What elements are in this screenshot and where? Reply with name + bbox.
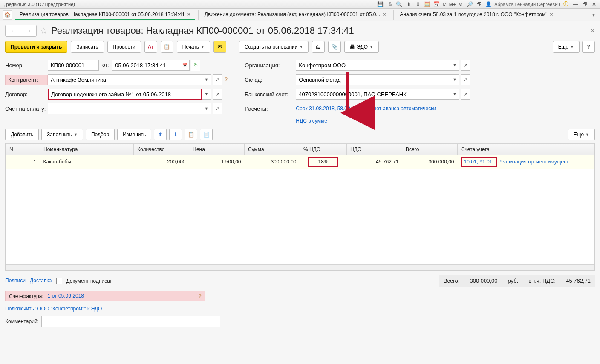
horizontal-scrollbar[interactable] bbox=[6, 264, 594, 270]
create-based-on-button[interactable]: Создать на основании ▼ bbox=[239, 41, 309, 53]
table-row[interactable]: 1 Какао-бобы 200,000 1 500,00 300 000,00… bbox=[6, 155, 594, 169]
col-nomen[interactable]: Номенклатура bbox=[40, 144, 134, 155]
col-accounts[interactable]: Счета учета bbox=[458, 144, 594, 155]
close-app-icon[interactable]: ✕ bbox=[591, 1, 597, 8]
calendar-open-icon[interactable]: 📅 bbox=[180, 60, 190, 71]
export-up-icon[interactable]: ⬆ bbox=[405, 1, 412, 8]
contract-input[interactable] bbox=[48, 89, 202, 100]
cell-nomen[interactable]: Какао-бобы bbox=[40, 155, 134, 169]
tab-realization[interactable]: Реализация товаров: Накладная КП00-00000… bbox=[15, 10, 195, 20]
export-down-icon[interactable]: ⬇ bbox=[415, 1, 421, 8]
cell-qty[interactable]: 200,000 bbox=[134, 155, 189, 169]
move-up-icon[interactable]: ⬆ bbox=[154, 129, 167, 140]
cell-n[interactable]: 1 bbox=[6, 155, 40, 169]
zoom-icon[interactable]: 🔎 bbox=[466, 1, 473, 8]
date-input[interactable] bbox=[112, 60, 180, 71]
counterparty-help-icon[interactable]: ? bbox=[225, 77, 228, 83]
delivery-link[interactable]: Доставка bbox=[30, 278, 52, 284]
vat-in-sum-link[interactable]: НДС в сумме bbox=[296, 118, 327, 124]
post-and-close-button[interactable]: Провести и закрыть bbox=[5, 41, 67, 53]
edo-connect-link[interactable]: Подключить "ООО "Конфетпром"" к ЭДО bbox=[5, 306, 102, 312]
col-qty[interactable]: Количество bbox=[134, 144, 189, 155]
open-ref-icon[interactable]: ↗ bbox=[213, 103, 222, 114]
dropdown-icon[interactable]: ▼ bbox=[450, 74, 459, 85]
dtkt-icon[interactable]: Aт bbox=[144, 41, 157, 53]
col-vat[interactable]: НДС bbox=[347, 144, 402, 155]
record-button[interactable]: Записать bbox=[71, 41, 104, 53]
org-input[interactable] bbox=[296, 60, 450, 71]
col-total[interactable]: Всего bbox=[402, 144, 458, 155]
doc-signed-checkbox[interactable] bbox=[56, 278, 62, 284]
calc-link[interactable]: Срок 31.08.2018, 58.03, 58.03, зачет ава… bbox=[296, 106, 436, 112]
print-button[interactable]: Печать ▼ bbox=[177, 41, 210, 53]
structure-icon[interactable]: 📋 bbox=[161, 41, 173, 53]
tab-movements[interactable]: Движения документа: Реализация (акт, нак… bbox=[200, 10, 390, 20]
mail-icon[interactable]: ✉ bbox=[213, 41, 226, 53]
open-ref-icon[interactable]: ↗ bbox=[461, 60, 470, 71]
help-button[interactable]: ? bbox=[582, 41, 595, 53]
info-icon[interactable]: ⓘ bbox=[562, 1, 569, 8]
home-icon[interactable]: 🏠 bbox=[3, 10, 12, 20]
cell-vatpct[interactable]: 18% bbox=[300, 155, 347, 169]
more-button[interactable]: Еще ▼ bbox=[553, 41, 580, 53]
warehouse-input[interactable] bbox=[296, 74, 450, 85]
restore-icon[interactable]: 🗗 bbox=[581, 1, 588, 8]
open-ref-icon[interactable]: ↗ bbox=[213, 89, 222, 100]
close-icon[interactable]: × bbox=[383, 11, 386, 17]
comment-input[interactable] bbox=[41, 316, 220, 327]
dropdown-icon[interactable]: ▼ bbox=[202, 89, 211, 100]
minimize-icon[interactable]: — bbox=[572, 1, 579, 8]
calendar-icon[interactable]: 📅 bbox=[433, 1, 440, 8]
paste-icon[interactable]: 📄 bbox=[200, 129, 213, 140]
col-vatpct[interactable]: % НДС bbox=[300, 144, 347, 155]
attach-icon[interactable]: 📎 bbox=[328, 41, 341, 53]
cell-accounts[interactable]: 10.01, 91.01, Реализация прочего имущест bbox=[458, 155, 594, 169]
memory-mminus[interactable]: М- bbox=[458, 2, 464, 7]
print-icon[interactable]: 🖶 bbox=[387, 1, 393, 8]
close-icon[interactable]: × bbox=[188, 11, 190, 17]
memory-mplus[interactable]: М+ bbox=[449, 2, 456, 7]
accounts-tail[interactable]: Реализация прочего имущест bbox=[498, 159, 569, 165]
close-icon[interactable]: × bbox=[550, 11, 553, 17]
sf-link[interactable]: 1 от 05.06.2018 bbox=[48, 293, 84, 299]
col-sum[interactable]: Сумма bbox=[245, 144, 300, 155]
counterparty-input[interactable] bbox=[48, 74, 202, 85]
calc-icon[interactable]: 🧮 bbox=[424, 1, 431, 8]
tabs-more-icon[interactable]: ▾ bbox=[590, 12, 597, 18]
edo-button[interactable]: 🖶 ЭДО ▼ bbox=[344, 41, 379, 53]
move-down-icon[interactable]: ⬇ bbox=[169, 129, 182, 140]
nav-back-button[interactable]: ← bbox=[6, 25, 21, 36]
open-ref-icon[interactable]: ↗ bbox=[461, 89, 470, 100]
cell-sum[interactable]: 300 000,00 bbox=[245, 155, 300, 169]
cell-vat[interactable]: 45 762,71 bbox=[347, 155, 402, 169]
signatures-link[interactable]: Подписи bbox=[5, 278, 26, 284]
related-icon[interactable]: 🗂 bbox=[312, 41, 325, 53]
col-price[interactable]: Цена bbox=[189, 144, 245, 155]
pick-button[interactable]: Подбор bbox=[86, 129, 115, 140]
post-button[interactable]: Провести bbox=[107, 41, 141, 53]
accounts-link[interactable]: 10.01, 91.01, bbox=[464, 159, 494, 165]
sf-help-icon[interactable]: ? bbox=[199, 293, 202, 299]
dropdown-icon[interactable]: ▼ bbox=[202, 74, 211, 85]
nav-forward-button[interactable]: → bbox=[21, 25, 36, 36]
fill-button[interactable]: Заполнить ▼ bbox=[41, 129, 83, 140]
bank-input[interactable] bbox=[296, 89, 450, 100]
favorite-star-icon[interactable]: ☆ bbox=[40, 26, 48, 36]
save-icon[interactable]: 💾 bbox=[377, 1, 384, 8]
copy-icon[interactable]: 📋 bbox=[185, 129, 197, 140]
number-input[interactable] bbox=[48, 60, 99, 71]
table-more-button[interactable]: Еще ▼ bbox=[568, 129, 595, 140]
change-button[interactable]: Изменить bbox=[117, 129, 151, 140]
windows-icon[interactable]: 🗗 bbox=[476, 1, 482, 8]
refresh-icon[interactable]: ↻ bbox=[191, 60, 200, 71]
invoice-input[interactable] bbox=[48, 103, 202, 114]
open-ref-icon[interactable]: ↗ bbox=[213, 74, 222, 85]
dropdown-icon[interactable]: ▼ bbox=[450, 89, 459, 100]
cell-total[interactable]: 300 000,00 bbox=[402, 155, 458, 169]
open-ref-icon[interactable]: ↗ bbox=[461, 74, 470, 85]
col-n[interactable]: N bbox=[6, 144, 40, 155]
memory-m[interactable]: М bbox=[443, 2, 447, 7]
dropdown-icon[interactable]: ▼ bbox=[450, 60, 459, 71]
tab-analysis[interactable]: Анализ счета 58.03 за 1 полугодие 2018 г… bbox=[395, 10, 557, 20]
preview-icon[interactable]: 🔍 bbox=[396, 1, 403, 8]
